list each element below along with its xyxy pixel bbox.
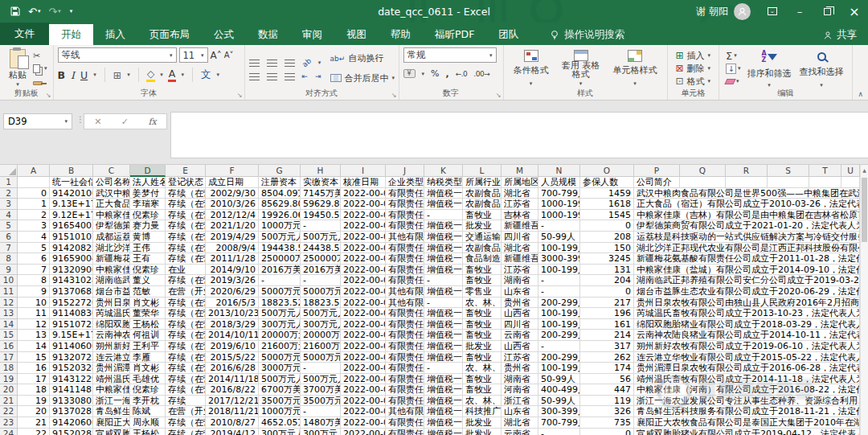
cell-header[interactable]: 所属地区 — [502, 177, 538, 188]
cell[interactable]: 增值税一般纳税人 — [424, 319, 463, 330]
cell[interactable]: 3 — [18, 220, 50, 232]
cell[interactable]: 赛力曼 — [130, 220, 166, 232]
cell[interactable]: 武汉中粮肉食品有限公司 — [93, 188, 130, 199]
cell[interactable]: 增值税一般纳税人 — [424, 406, 463, 417]
cell[interactable]: 161 — [580, 319, 634, 330]
cell[interactable]: - — [538, 275, 580, 286]
cell[interactable]: 云南神农陆良猪业有限公司 — [93, 330, 130, 341]
cell[interactable]: 增值税一般纳税人 — [424, 384, 463, 396]
cell[interactable]: 存续（在营） — [166, 429, 206, 435]
cell[interactable]: 214 — [580, 330, 634, 341]
cell[interactable]: 王利平 — [130, 341, 166, 352]
cell[interactable]: 0 — [580, 429, 634, 435]
cell[interactable]: - — [301, 220, 341, 232]
redo-button[interactable]: ↷▾ — [46, 6, 63, 18]
cell[interactable]: 有限责任公司 — [386, 275, 424, 286]
cell[interactable]: 存续（在营） — [166, 341, 206, 352]
cell[interactable]: - — [301, 406, 341, 417]
select-all-corner[interactable] — [0, 165, 18, 177]
cell[interactable]: 毛雄优 — [130, 374, 166, 385]
cell[interactable]: 存续（在营） — [166, 199, 206, 210]
comma-button[interactable]: , — [445, 68, 448, 79]
column-header-U[interactable]: U — [841, 165, 860, 177]
cell[interactable]: 2022-00-00 — [341, 396, 386, 407]
cell[interactable]: 2022-00-00 — [341, 319, 386, 330]
cell[interactable]: 增值税一般纳税人 — [424, 417, 463, 429]
cell[interactable]: 100-199人 — [538, 363, 580, 374]
cell[interactable]: 21600万元人民币 — [259, 341, 301, 352]
cell[interactable]: 20 — [18, 406, 50, 417]
cell[interactable]: 畜牧业 — [463, 319, 502, 330]
cell[interactable]: 2016/6/28 — [206, 363, 259, 374]
row-header-19[interactable]: 19 — [0, 374, 18, 385]
cell[interactable]: 2022-00-00 — [341, 417, 386, 429]
cell[interactable]: 云南省 — [502, 330, 538, 341]
cell[interactable]: 连云港立华牧业有限公司成立于2015-05-22，法定代表人为李 — [634, 352, 860, 363]
column-header-L[interactable]: L — [463, 165, 502, 177]
cell[interactable]: 新疆维吾尔自治区 — [502, 253, 538, 265]
cell[interactable]: 9.13E+17 — [50, 199, 93, 210]
cell[interactable]: 5000万元人民币 — [259, 286, 301, 298]
cell[interactable]: 3500万元人民币 — [301, 396, 341, 407]
column-header-O[interactable]: O — [580, 165, 634, 177]
cell[interactable]: 300万元人民币 — [301, 319, 341, 330]
cell[interactable]: 其他有限责任公司 — [386, 286, 424, 298]
cell[interactable]: 20000万元人民币 — [301, 330, 341, 341]
cell[interactable]: 85629.806 — [259, 199, 301, 210]
find-select-button[interactable]: 查找和选择▾ — [796, 47, 848, 89]
cell[interactable]: - — [424, 275, 463, 286]
cell[interactable]: 农副食品加工业 — [463, 199, 502, 210]
cell[interactable]: 河南省 — [502, 384, 538, 396]
close-button[interactable]: × — [841, 0, 868, 23]
cell[interactable]: 2022-00-00 — [341, 384, 386, 396]
cell[interactable]: 畜牧业 — [463, 275, 502, 286]
cell[interactable]: 李雁 — [130, 352, 166, 363]
cell[interactable]: 2022-00-00 — [341, 253, 386, 265]
cell[interactable]: 2022-00-00 — [341, 265, 386, 276]
cell[interactable]: 畜牧业 — [463, 352, 502, 363]
column-header-K[interactable]: K — [424, 165, 463, 177]
cell[interactable]: 四川省 — [502, 319, 538, 330]
cell[interactable]: 王杨松 — [130, 429, 166, 435]
decrease-font-button[interactable]: A˅ — [224, 51, 234, 60]
cell[interactable]: 有限责任公司 — [386, 188, 424, 199]
cell[interactable]: 增值税一般纳税人 — [424, 220, 463, 232]
cell[interactable]: 913207233 — [50, 352, 93, 363]
cell[interactable]: 绵阳双胞胎猪业有限公司 — [93, 319, 130, 330]
align-right-icon[interactable] — [285, 73, 295, 80]
collapse-ribbon-button[interactable]: ∧ — [858, 90, 863, 98]
cell[interactable]: 2022-00-00 — [341, 341, 386, 352]
scrollbar-thumb[interactable] — [862, 178, 867, 242]
cell[interactable]: 正大食品（宿迁）有限公司 — [93, 199, 130, 210]
cell[interactable]: 江苏省 — [502, 199, 538, 210]
cell[interactable]: 915227261 — [50, 298, 93, 309]
cell[interactable]: 正大食品（宿迁）有限公司成立于2010-03-26，法定代表人为 — [634, 199, 860, 210]
cell[interactable]: 6 — [18, 253, 50, 265]
cell[interactable]: 贵州湄潭日泉农牧有限公司成立于2016-06-28，法定代表人为 — [634, 363, 860, 374]
cell[interactable]: 735 — [580, 417, 634, 429]
cell[interactable]: 有限责任公司 — [386, 417, 424, 429]
cell-header[interactable]: 核准日期 — [341, 177, 386, 188]
cell[interactable]: 有限责任公司 — [386, 210, 424, 221]
percent-button[interactable]: % — [431, 68, 439, 79]
row-header-4[interactable]: 4 — [0, 210, 18, 221]
increase-font-button[interactable]: A˄ — [211, 50, 222, 61]
ribbon-tab-0[interactable]: 文件 — [0, 23, 49, 45]
cell-header[interactable]: 注册资本 — [259, 177, 301, 188]
cell[interactable]: 4652.05万美元 — [259, 417, 301, 429]
column-header-G[interactable]: G — [259, 165, 301, 177]
cell-header[interactable] — [768, 177, 809, 188]
alignment-dialog-launcher[interactable]: ↘ — [391, 92, 397, 99]
row-header-10[interactable]: 10 — [0, 275, 18, 286]
cell-header[interactable]: 成立日期 — [206, 177, 259, 188]
font-color-button[interactable]: A — [169, 68, 176, 82]
cell[interactable]: 中粮家佳康（盐城）有限公司 — [93, 265, 130, 276]
customize-qat-button[interactable]: ▾ — [67, 8, 76, 14]
fill-color-button[interactable]: ◇ — [147, 68, 155, 82]
cell[interactable]: 447 — [580, 384, 634, 396]
format-cells-button[interactable]: ⊡格式▾ — [674, 75, 714, 88]
cell[interactable]: 0 — [580, 286, 634, 298]
cell[interactable]: - — [259, 275, 301, 286]
cell[interactable]: 2014/10/11 — [206, 330, 259, 341]
cell[interactable]: 2016/8/22 — [206, 384, 259, 396]
